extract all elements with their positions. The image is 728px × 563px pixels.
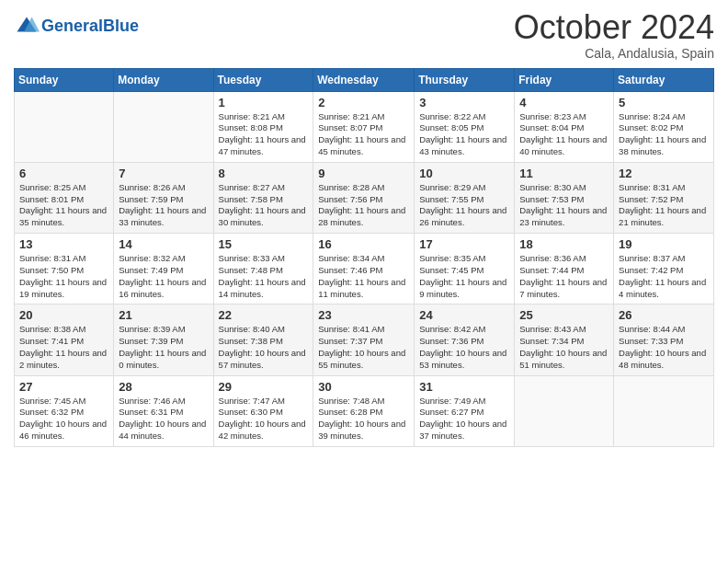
day-info: Sunrise: 8:21 AM Sunset: 8:08 PM Dayligh… — [219, 111, 309, 158]
day-number: 24 — [419, 308, 509, 322]
calendar-cell — [614, 375, 714, 446]
calendar: Sunday Monday Tuesday Wednesday Thursday… — [14, 68, 714, 447]
calendar-cell: 2Sunrise: 8:21 AM Sunset: 8:07 PM Daylig… — [313, 91, 415, 162]
day-info: Sunrise: 7:48 AM Sunset: 6:28 PM Dayligh… — [318, 396, 409, 442]
day-number: 31 — [419, 380, 509, 394]
calendar-week-2: 6Sunrise: 8:25 AM Sunset: 8:01 PM Daylig… — [15, 162, 714, 233]
calendar-cell: 11Sunrise: 8:30 AM Sunset: 7:53 PM Dayli… — [515, 162, 614, 233]
day-info: Sunrise: 8:44 AM Sunset: 7:33 PM Dayligh… — [619, 324, 709, 371]
day-number: 6 — [19, 167, 108, 180]
day-number: 5 — [619, 96, 709, 109]
calendar-cell: 9Sunrise: 8:28 AM Sunset: 7:56 PM Daylig… — [313, 162, 415, 233]
day-number: 13 — [19, 237, 108, 251]
day-info: Sunrise: 8:21 AM Sunset: 8:07 PM Dayligh… — [318, 111, 409, 158]
day-info: Sunrise: 8:27 AM Sunset: 7:58 PM Dayligh… — [219, 182, 309, 229]
day-info: Sunrise: 8:32 AM Sunset: 7:49 PM Dayligh… — [119, 253, 208, 300]
day-info: Sunrise: 8:35 AM Sunset: 7:45 PM Dayligh… — [419, 253, 509, 300]
calendar-cell: 10Sunrise: 8:29 AM Sunset: 7:55 PM Dayli… — [415, 162, 515, 233]
day-info: Sunrise: 8:22 AM Sunset: 8:05 PM Dayligh… — [419, 111, 509, 158]
calendar-cell: 17Sunrise: 8:35 AM Sunset: 7:45 PM Dayli… — [415, 234, 515, 304]
calendar-week-5: 27Sunrise: 7:45 AM Sunset: 6:32 PM Dayli… — [15, 375, 714, 446]
logo-icon — [14, 14, 40, 40]
day-number: 3 — [419, 96, 509, 109]
day-number: 16 — [318, 237, 409, 251]
header-friday: Friday — [515, 68, 614, 91]
calendar-cell — [114, 91, 213, 162]
calendar-header-row: Sunday Monday Tuesday Wednesday Thursday… — [15, 68, 714, 91]
header-monday: Monday — [114, 68, 213, 91]
day-info: Sunrise: 8:38 AM Sunset: 7:41 PM Dayligh… — [19, 324, 108, 371]
calendar-cell: 19Sunrise: 8:37 AM Sunset: 7:42 PM Dayli… — [614, 234, 714, 304]
calendar-cell: 27Sunrise: 7:45 AM Sunset: 6:32 PM Dayli… — [15, 375, 114, 446]
logo-general: General — [41, 17, 103, 35]
calendar-cell: 30Sunrise: 7:48 AM Sunset: 6:28 PM Dayli… — [313, 375, 415, 446]
header-saturday: Saturday — [614, 68, 714, 91]
day-number: 20 — [19, 308, 108, 322]
day-info: Sunrise: 8:33 AM Sunset: 7:48 PM Dayligh… — [219, 253, 309, 300]
day-info: Sunrise: 7:47 AM Sunset: 6:30 PM Dayligh… — [219, 396, 309, 442]
day-info: Sunrise: 8:37 AM Sunset: 7:42 PM Dayligh… — [619, 253, 709, 300]
day-number: 10 — [419, 167, 509, 180]
calendar-cell: 4Sunrise: 8:23 AM Sunset: 8:04 PM Daylig… — [515, 91, 614, 162]
day-number: 30 — [318, 380, 409, 394]
day-number: 18 — [519, 237, 609, 251]
calendar-cell: 6Sunrise: 8:25 AM Sunset: 8:01 PM Daylig… — [15, 162, 114, 233]
day-number: 22 — [219, 308, 309, 322]
header-sunday: Sunday — [15, 68, 114, 91]
day-number: 12 — [619, 167, 709, 180]
day-info: Sunrise: 8:41 AM Sunset: 7:37 PM Dayligh… — [318, 324, 409, 371]
day-info: Sunrise: 8:40 AM Sunset: 7:38 PM Dayligh… — [219, 324, 309, 371]
day-info: Sunrise: 8:26 AM Sunset: 7:59 PM Dayligh… — [119, 182, 208, 229]
day-number: 4 — [519, 96, 609, 109]
day-number: 19 — [619, 237, 709, 251]
calendar-week-1: 1Sunrise: 8:21 AM Sunset: 8:08 PM Daylig… — [15, 91, 714, 162]
day-number: 21 — [119, 308, 208, 322]
day-info: Sunrise: 8:34 AM Sunset: 7:46 PM Dayligh… — [318, 253, 409, 300]
day-number: 15 — [219, 237, 309, 251]
day-number: 8 — [219, 167, 309, 180]
day-number: 14 — [119, 237, 208, 251]
day-info: Sunrise: 7:46 AM Sunset: 6:31 PM Dayligh… — [119, 396, 208, 442]
calendar-cell: 7Sunrise: 8:26 AM Sunset: 7:59 PM Daylig… — [114, 162, 213, 233]
title-block: October 2024 Cala, Andalusia, Spain — [514, 9, 714, 61]
calendar-cell: 13Sunrise: 8:31 AM Sunset: 7:50 PM Dayli… — [15, 234, 114, 304]
day-info: Sunrise: 8:31 AM Sunset: 7:52 PM Dayligh… — [619, 182, 709, 229]
calendar-cell: 31Sunrise: 7:49 AM Sunset: 6:27 PM Dayli… — [415, 375, 515, 446]
day-number: 1 — [219, 96, 309, 109]
calendar-week-4: 20Sunrise: 8:38 AM Sunset: 7:41 PM Dayli… — [15, 304, 714, 375]
day-info: Sunrise: 8:30 AM Sunset: 7:53 PM Dayligh… — [519, 182, 609, 229]
day-info: Sunrise: 8:24 AM Sunset: 8:02 PM Dayligh… — [619, 111, 709, 158]
calendar-cell — [515, 375, 614, 446]
page: GeneralBlue October 2024 Cala, Andalusia… — [0, 0, 728, 563]
day-info: Sunrise: 7:49 AM Sunset: 6:27 PM Dayligh… — [419, 396, 509, 442]
day-info: Sunrise: 8:36 AM Sunset: 7:44 PM Dayligh… — [519, 253, 609, 300]
calendar-cell: 23Sunrise: 8:41 AM Sunset: 7:37 PM Dayli… — [313, 304, 415, 375]
calendar-cell: 3Sunrise: 8:22 AM Sunset: 8:05 PM Daylig… — [415, 91, 515, 162]
month-title: October 2024 — [514, 9, 714, 46]
day-number: 26 — [619, 308, 709, 322]
day-number: 17 — [419, 237, 509, 251]
header: GeneralBlue October 2024 Cala, Andalusia… — [14, 9, 714, 61]
calendar-cell: 28Sunrise: 7:46 AM Sunset: 6:31 PM Dayli… — [114, 375, 213, 446]
day-info: Sunrise: 8:42 AM Sunset: 7:36 PM Dayligh… — [419, 324, 509, 371]
logo-blue: Blue — [103, 17, 139, 35]
calendar-cell: 12Sunrise: 8:31 AM Sunset: 7:52 PM Dayli… — [614, 162, 714, 233]
day-number: 9 — [318, 167, 409, 180]
day-number: 2 — [318, 96, 409, 109]
calendar-cell: 24Sunrise: 8:42 AM Sunset: 7:36 PM Dayli… — [415, 304, 515, 375]
day-info: Sunrise: 8:25 AM Sunset: 8:01 PM Dayligh… — [19, 182, 108, 229]
calendar-cell: 25Sunrise: 8:43 AM Sunset: 7:34 PM Dayli… — [515, 304, 614, 375]
calendar-cell: 16Sunrise: 8:34 AM Sunset: 7:46 PM Dayli… — [313, 234, 415, 304]
day-number: 27 — [19, 380, 108, 394]
calendar-week-3: 13Sunrise: 8:31 AM Sunset: 7:50 PM Dayli… — [15, 234, 714, 304]
day-info: Sunrise: 7:45 AM Sunset: 6:32 PM Dayligh… — [19, 396, 108, 442]
logo-text: GeneralBlue — [41, 17, 139, 36]
calendar-cell: 15Sunrise: 8:33 AM Sunset: 7:48 PM Dayli… — [213, 234, 313, 304]
calendar-cell — [15, 91, 114, 162]
header-wednesday: Wednesday — [313, 68, 415, 91]
logo: GeneralBlue — [14, 14, 139, 40]
day-number: 23 — [318, 308, 409, 322]
calendar-cell: 14Sunrise: 8:32 AM Sunset: 7:49 PM Dayli… — [114, 234, 213, 304]
day-info: Sunrise: 8:39 AM Sunset: 7:39 PM Dayligh… — [119, 324, 208, 371]
day-info: Sunrise: 8:43 AM Sunset: 7:34 PM Dayligh… — [519, 324, 609, 371]
